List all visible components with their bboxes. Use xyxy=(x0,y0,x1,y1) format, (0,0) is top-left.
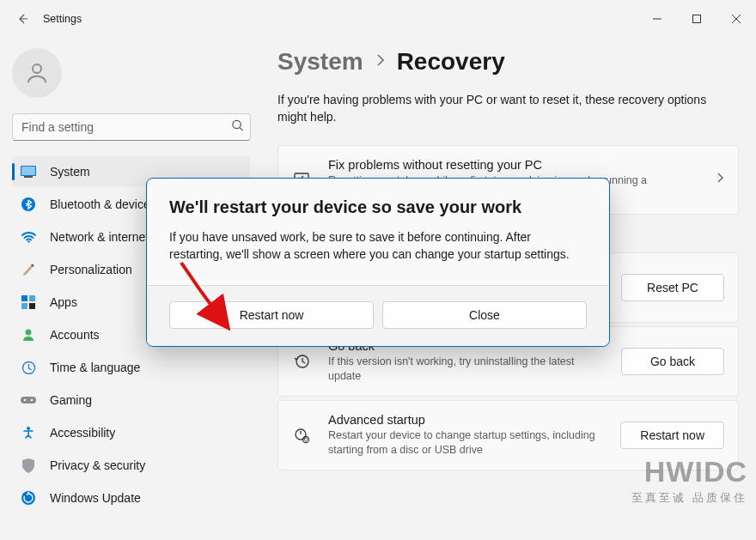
svg-rect-5 xyxy=(24,176,33,178)
search-input[interactable] xyxy=(12,113,251,141)
paintbrush-icon xyxy=(21,262,36,277)
modal-title: We'll restart your device so save your w… xyxy=(169,197,587,217)
sidebar-item-label: Windows Update xyxy=(50,491,141,505)
window-controls xyxy=(637,5,756,33)
svg-rect-0 xyxy=(693,15,701,23)
sidebar-item-label: Accounts xyxy=(50,328,100,342)
user-avatar[interactable] xyxy=(12,48,62,98)
back-arrow-icon xyxy=(15,12,29,26)
card-title: Advanced startup xyxy=(328,413,603,427)
sidebar-item-label: Bluetooth & devices xyxy=(50,197,156,211)
restart-now-button[interactable]: Restart now xyxy=(620,422,724,449)
modal-close-button[interactable]: Close xyxy=(382,301,587,329)
breadcrumb-parent[interactable]: System xyxy=(277,48,363,76)
accessibility-icon xyxy=(21,425,36,440)
svg-rect-10 xyxy=(21,303,27,309)
reset-pc-button[interactable]: Reset PC xyxy=(621,274,724,301)
sidebar-item-label: Gaming xyxy=(50,393,92,407)
sidebar-item-time-language[interactable]: Time & language xyxy=(12,352,250,383)
svg-point-16 xyxy=(31,399,34,402)
chevron-right-icon xyxy=(716,171,724,188)
sidebar-item-label: Network & internet xyxy=(50,230,149,244)
modal-restart-button[interactable]: Restart now xyxy=(169,301,374,329)
svg-rect-8 xyxy=(21,295,27,301)
modal-text: If you have unsaved work, be sure to sav… xyxy=(169,229,587,263)
go-back-button[interactable]: Go back xyxy=(621,348,724,375)
sidebar-item-gaming[interactable]: Gaming xyxy=(12,385,250,416)
breadcrumb: System Recovery xyxy=(277,48,739,76)
power-gear-icon xyxy=(292,427,311,444)
svg-rect-14 xyxy=(21,397,36,403)
update-icon xyxy=(21,490,36,506)
sidebar-item-label: Apps xyxy=(50,295,77,309)
chevron-right-icon xyxy=(375,52,385,71)
app-title: Settings xyxy=(43,13,82,25)
system-icon xyxy=(21,164,36,179)
close-button[interactable] xyxy=(716,5,756,33)
sidebar-item-accessibility[interactable]: Accessibility xyxy=(12,417,250,448)
sidebar-item-label: System xyxy=(50,165,90,179)
sidebar-item-label: Time & language xyxy=(50,361,140,374)
card-subtitle: Restart your device to change startup se… xyxy=(328,428,603,458)
close-icon xyxy=(732,15,741,23)
shield-icon xyxy=(21,458,36,473)
back-button[interactable] xyxy=(7,3,38,34)
svg-point-1 xyxy=(33,64,41,73)
svg-rect-9 xyxy=(29,295,35,301)
svg-rect-11 xyxy=(29,303,35,309)
svg-point-22 xyxy=(303,436,309,442)
accounts-icon xyxy=(21,327,36,343)
sidebar-item-label: Personalization xyxy=(50,263,132,276)
restart-modal: We'll restart your device so save your w… xyxy=(146,178,610,347)
svg-point-15 xyxy=(24,399,27,402)
wifi-icon xyxy=(21,229,36,245)
svg-point-7 xyxy=(27,240,29,242)
sidebar-item-windows-update[interactable]: Windows Update xyxy=(12,482,250,513)
page-intro: If you're having problems with your PC o… xyxy=(277,91,724,126)
card-subtitle: If this version isn't working, try unins… xyxy=(328,355,604,384)
minimize-icon xyxy=(653,15,662,23)
sidebar-item-label: Privacy & security xyxy=(50,458,145,472)
history-icon xyxy=(292,353,311,370)
maximize-icon xyxy=(692,15,701,23)
sidebar-item-privacy[interactable]: Privacy & security xyxy=(12,450,250,481)
svg-rect-4 xyxy=(21,167,35,175)
bluetooth-icon xyxy=(21,197,36,212)
svg-point-12 xyxy=(26,330,32,336)
card-title: Fix problems without resetting your PC xyxy=(328,158,698,172)
person-icon xyxy=(24,60,50,86)
sidebar-item-label: Accessibility xyxy=(50,426,115,440)
minimize-button[interactable] xyxy=(637,5,677,33)
svg-point-17 xyxy=(27,427,30,430)
titlebar: Settings xyxy=(0,0,756,38)
clock-globe-icon xyxy=(21,360,36,375)
apps-icon xyxy=(21,294,36,310)
breadcrumb-current: Recovery xyxy=(397,48,505,76)
gaming-icon xyxy=(21,392,36,408)
maximize-button[interactable] xyxy=(677,5,716,33)
card-advanced-startup: Advanced startup Restart your device to … xyxy=(277,400,739,470)
